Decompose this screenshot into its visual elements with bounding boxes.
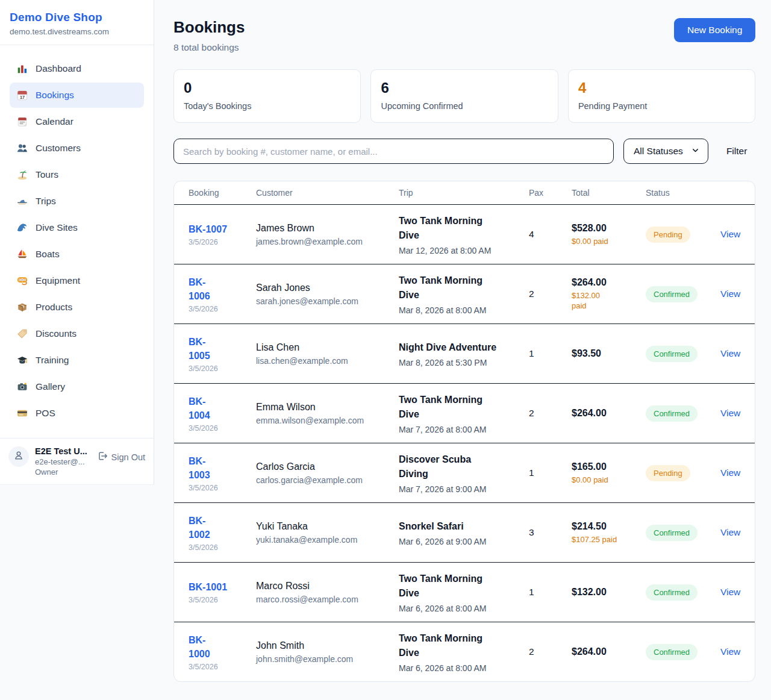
booking-created-date: 3/5/2026	[189, 543, 256, 552]
view-link[interactable]: View	[720, 289, 740, 299]
sidebar-item-label: Dashboard	[36, 63, 81, 74]
view-link[interactable]: View	[720, 527, 740, 537]
avatar	[8, 446, 29, 467]
search-input[interactable]	[173, 139, 614, 164]
sidebar-item-label: Bookings	[36, 90, 74, 101]
total-amount: $93.50	[572, 348, 646, 359]
stat-label: Today's Bookings	[184, 101, 351, 111]
sidebar-item-label: Dive Sites	[36, 222, 78, 233]
customer-name: James Brown	[256, 223, 399, 234]
customer-email: james.brown@example.com	[256, 237, 399, 246]
pax-count: 3	[529, 527, 572, 538]
shop-domain: demo.test.divestreams.com	[10, 27, 144, 36]
sign-out-button[interactable]: Sign Out	[98, 446, 145, 463]
booking-created-date: 3/5/2026	[189, 305, 256, 313]
calendar-icon	[17, 116, 28, 127]
paid-amount: $0.00 paid	[572, 236, 646, 247]
view-link[interactable]: View	[720, 408, 740, 418]
view-link[interactable]: View	[720, 348, 740, 358]
sidebar-item-calendar[interactable]: Calendar	[10, 109, 144, 134]
island-icon	[17, 169, 28, 180]
booking-id-link[interactable]: BK- 1006	[189, 275, 210, 303]
trip-name: Night Dive Adventure	[399, 340, 502, 355]
trip-name: Two Tank Morning Dive	[399, 273, 502, 302]
booking-created-date: 3/5/2026	[189, 596, 256, 604]
pax-count: 2	[529, 646, 572, 657]
table-row: BK- 1006 3/5/2026 Sarah Jones sarah.jone…	[174, 264, 755, 323]
booking-id-link[interactable]: BK-1001	[189, 580, 227, 594]
column-header-total: Total	[572, 188, 646, 198]
status-badge: Confirmed	[646, 525, 698, 541]
total-amount: $264.00	[572, 646, 646, 657]
customer-email: marco.rossi@example.com	[256, 595, 399, 604]
status-badge: Pending	[646, 227, 690, 243]
booking-id-link[interactable]: BK- 1000	[189, 633, 210, 661]
sidebar-item-label: Customers	[36, 143, 81, 154]
sidebar-item-products[interactable]: Products	[10, 295, 144, 320]
sidebar-item-boats[interactable]: Boats	[10, 242, 144, 267]
view-link[interactable]: View	[720, 467, 740, 478]
stat-value: 4	[578, 80, 745, 96]
filter-button[interactable]: Filter	[718, 141, 755, 161]
sidebar-item-label: Equipment	[36, 275, 80, 286]
customer-name: Emma Wilson	[256, 402, 399, 413]
pax-count: 1	[529, 348, 572, 359]
booking-created-date: 3/5/2026	[189, 484, 256, 492]
sailboat-icon	[17, 249, 28, 260]
sidebar-item-training[interactable]: Training	[10, 348, 144, 373]
sign-out-icon	[98, 451, 107, 463]
customer-email: emma.wilson@example.com	[256, 416, 399, 425]
pax-count: 2	[529, 408, 572, 419]
trip-datetime: Mar 6, 2026 at 8:00 AM	[399, 663, 529, 673]
diving-mask-icon	[17, 275, 28, 286]
customer-name: Marco Rossi	[256, 581, 399, 592]
sidebar-item-dashboard[interactable]: Dashboard	[10, 56, 144, 81]
sidebar-item-discounts[interactable]: Discounts	[10, 321, 144, 346]
sidebar-item-equipment[interactable]: Equipment	[10, 268, 144, 293]
paid-amount: $132.00 paid	[572, 290, 646, 311]
sidebar-item-customers[interactable]: Customers	[10, 136, 144, 161]
sidebar-nav: Dashboard17BookingsCalendarCustomersTour…	[0, 45, 154, 434]
booking-id-link[interactable]: BK-1007	[189, 222, 227, 236]
stats-row: 0 Today's Bookings 6 Upcoming Confirmed …	[173, 69, 755, 123]
pax-count: 1	[529, 587, 572, 598]
sidebar-item-bookings[interactable]: 17Bookings	[10, 83, 144, 108]
trip-name: Two Tank Morning Dive	[399, 572, 502, 601]
status-filter-select[interactable]: All Statuses	[623, 139, 708, 164]
customer-email: yuki.tanaka@example.com	[256, 535, 399, 545]
shop-brand[interactable]: Demo Dive Shop	[10, 11, 144, 24]
sidebar-item-pos[interactable]: POS	[10, 401, 144, 426]
table-row: BK-1007 3/5/2026 James Brown james.brown…	[174, 204, 755, 264]
sidebar-item-tours[interactable]: Tours	[10, 162, 144, 187]
main-content: Bookings 8 total bookings New Booking 0 …	[154, 0, 771, 700]
status-badge: Confirmed	[646, 346, 698, 362]
view-link[interactable]: View	[720, 587, 740, 597]
table-row: BK- 1003 3/5/2026 Carlos Garcia carlos.g…	[174, 443, 755, 502]
status-badge: Confirmed	[646, 584, 698, 601]
person-icon	[13, 450, 24, 463]
sidebar-item-trips[interactable]: Trips	[10, 189, 144, 214]
status-badge: Confirmed	[646, 405, 698, 422]
customer-email: carlos.garcia@example.com	[256, 475, 399, 485]
customer-email: lisa.chen@example.com	[256, 356, 399, 366]
booking-id-link[interactable]: BK- 1003	[189, 454, 210, 482]
calendar-date-icon: 17	[17, 90, 28, 101]
customer-email: john.smith@example.com	[256, 654, 399, 664]
trip-name: Discover Scuba Diving	[399, 452, 502, 481]
trip-datetime: Mar 7, 2026 at 9:00 AM	[399, 484, 529, 494]
view-link[interactable]: View	[720, 229, 740, 239]
table-header: Booking Customer Trip Pax Total Status	[174, 181, 755, 204]
trip-name: Two Tank Morning Dive	[399, 393, 502, 422]
table-body: BK-1007 3/5/2026 James Brown james.brown…	[174, 204, 755, 681]
bookings-table: Booking Customer Trip Pax Total Status B…	[173, 181, 755, 682]
booking-id-link[interactable]: BK- 1004	[189, 395, 210, 422]
booking-id-link[interactable]: BK- 1002	[189, 514, 210, 542]
sidebar-item-dive-sites[interactable]: Dive Sites	[10, 215, 144, 240]
booking-id-link[interactable]: BK- 1005	[189, 335, 210, 363]
trip-datetime: Mar 8, 2026 at 8:00 AM	[399, 305, 529, 315]
sidebar-item-gallery[interactable]: Gallery	[10, 374, 144, 399]
view-link[interactable]: View	[720, 646, 740, 657]
trip-datetime: Mar 6, 2026 at 8:00 AM	[399, 604, 529, 613]
pax-count: 2	[529, 289, 572, 299]
new-booking-button[interactable]: New Booking	[674, 18, 755, 42]
